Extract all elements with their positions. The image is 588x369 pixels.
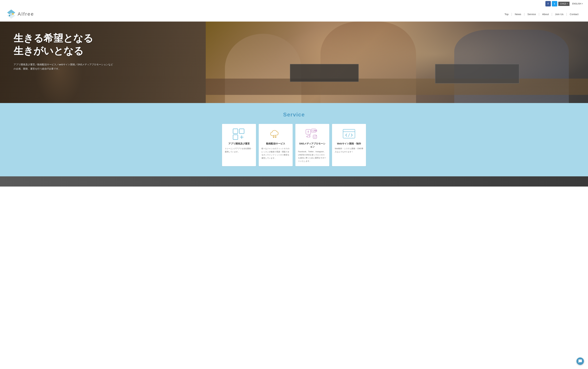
card-video-desc: 様々なジャンルのフィットネスのレッスンが動画で受講・閲覧できるオンラインフィット… xyxy=(261,147,290,160)
hero-image-area xyxy=(206,21,588,103)
card-web-title: Webサイト開発・制作 xyxy=(335,142,363,145)
svg-text:LINE: LINE xyxy=(312,130,317,132)
nav-about-link[interactable]: About xyxy=(539,13,551,16)
app-grid-icon xyxy=(232,128,246,140)
service-title: Service xyxy=(3,112,585,118)
svg-rect-6 xyxy=(233,135,238,140)
lang-en-button[interactable]: ENGLISH > xyxy=(570,2,585,6)
svg-line-20 xyxy=(348,133,350,137)
card-app-desc: トレーニングアプリを自社開発・運用しています。 xyxy=(225,147,253,153)
svg-point-17 xyxy=(316,135,316,136)
bottom-strip xyxy=(0,176,588,186)
cloud-video-icon xyxy=(269,128,282,140)
navigation: Alfree Top | News | Service | About | Jo… xyxy=(0,8,588,21)
service-card-sns: f LINE SNSメディアプロモーション Facebook、Twitter、I… xyxy=(295,124,329,166)
nav-news-link[interactable]: News xyxy=(512,13,524,16)
hero-content: 生きる希望となる 生きがいとなる アプリ開発及び運営／動画配信サービス／webサ… xyxy=(14,32,113,71)
twitter-button[interactable]: t xyxy=(552,1,557,6)
card-sns-title: SNSメディアプロモーション xyxy=(298,142,327,148)
svg-marker-1 xyxy=(7,12,15,19)
svg-rect-18 xyxy=(343,129,355,138)
nav-top-link[interactable]: Top xyxy=(502,13,511,16)
facebook-button[interactable]: f xyxy=(545,1,551,6)
card-app-title: アプリ開発及び運営 xyxy=(225,142,253,145)
service-cards: アプリ開発及び運営 トレーニングアプリを自社開発・運用しています。 動画配信サー… xyxy=(218,124,370,166)
nav-joinus-link[interactable]: Join Us xyxy=(552,13,566,16)
logo[interactable]: Alfree xyxy=(7,9,34,19)
svg-rect-5 xyxy=(239,129,244,133)
lang-ja-button[interactable]: 日本語 > xyxy=(558,2,569,6)
nav-service-link[interactable]: Service xyxy=(525,13,539,16)
sns-promo-icon: f LINE xyxy=(306,128,319,140)
web-code-icon xyxy=(342,128,356,140)
card-sns-desc: Facebook、Twitter、Instagram、LINE等のSNSを使って… xyxy=(298,150,327,163)
hero-title-line1: 生きる希望となる xyxy=(14,32,113,44)
logo-icon xyxy=(7,9,16,19)
nav-contact-link[interactable]: Contact xyxy=(567,13,581,16)
svg-rect-4 xyxy=(233,129,238,133)
hero-title: 生きる希望となる 生きがいとなる xyxy=(14,32,113,57)
hero-title-line2: 生きがいとなる xyxy=(14,44,113,57)
nav-links: Top | News | Service | About | Join Us |… xyxy=(502,12,581,16)
hero-subtitle: アプリ開発及び運営／動画配信サービス／webサイト開発／SNSメディアプロモーシ… xyxy=(14,62,113,71)
service-section: Service アプリ開発及び運営 トレーニングアプリを自社開発・運用しています… xyxy=(0,103,588,176)
svg-point-2 xyxy=(12,13,14,15)
card-video-title: 動画配信サービス xyxy=(261,142,290,145)
service-card-video: 動画配信サービス 様々なジャンルのフィットネスのレッスンが動画で受講・閲覧できる… xyxy=(259,124,293,166)
hero-section: 生きる希望となる 生きがいとなる アプリ開発及び運営／動画配信サービス／webサ… xyxy=(0,21,588,103)
svg-point-16 xyxy=(314,136,316,138)
service-card-app: アプリ開発及び運営 トレーニングアプリを自社開発・運用しています。 xyxy=(222,124,256,166)
logo-text: Alfree xyxy=(18,11,34,17)
header: f t 日本語 > ENGLISH > Alfree Top | News | … xyxy=(0,0,588,21)
service-card-web: Webサイト開発・制作 Web制作・システム開発・CMS導入なんでもやります！ xyxy=(332,124,366,166)
card-web-desc: Web制作・システム開発・CMS導入なんでもやります！ xyxy=(335,147,363,153)
svg-text:f: f xyxy=(308,130,309,133)
svg-point-3 xyxy=(9,15,10,16)
top-bar: f t 日本語 > ENGLISH > xyxy=(0,0,588,8)
